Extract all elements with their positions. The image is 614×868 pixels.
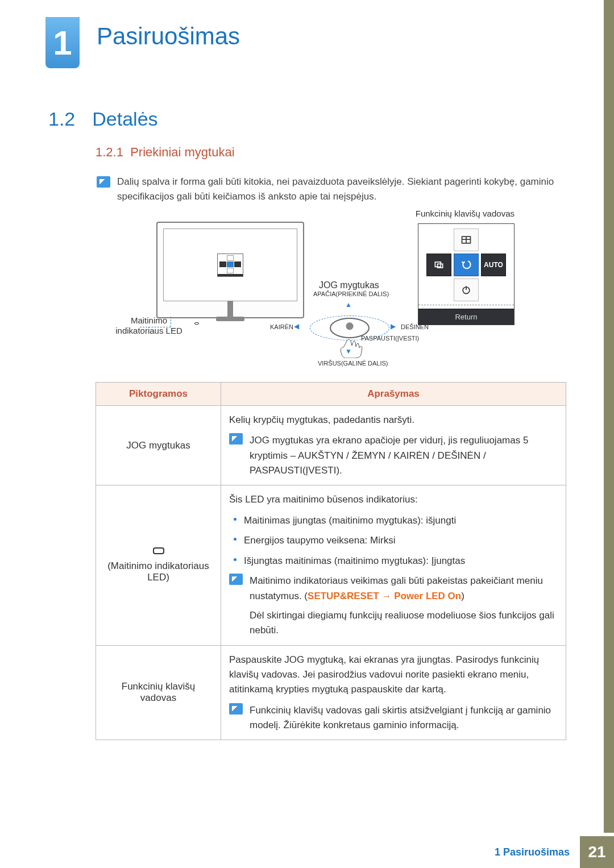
list-item: Energijos taupymo veiksena: Mirksi xyxy=(229,533,558,548)
dir-press-label: PASPAUSTI(ĮVESTI) xyxy=(361,335,419,342)
dir-right-label: DEŠINĖN xyxy=(401,323,429,330)
row-desc-jog: Kelių krypčių mygtukas, padedantis naršy… xyxy=(221,406,566,485)
row-label-jog: JOG mygtukas xyxy=(96,406,221,485)
footer-page-number: 21 xyxy=(580,836,614,868)
row-desc-led: Šis LED yra maitinimo būsenos indikatori… xyxy=(221,485,566,645)
chapter-number-tab: 1 xyxy=(45,17,80,68)
arrow-down-icon: ▼ xyxy=(345,347,352,355)
table-header-description: Aprašymas xyxy=(221,383,566,406)
monitor-screen xyxy=(163,229,297,301)
note-icon xyxy=(229,574,243,585)
arrow-right-icon: ▶ xyxy=(391,322,396,330)
keyguide-source-icon xyxy=(426,254,451,276)
subsection-heading: 1.2.1 Priekiniai mygtukai xyxy=(96,145,235,160)
power-led-icon xyxy=(153,547,164,554)
keyguide-power-icon xyxy=(454,279,479,301)
row-desc-fnguide: Paspauskite JOG mygtuką, kai ekranas yra… xyxy=(221,645,566,740)
section-title: Detalės xyxy=(92,108,157,130)
keyguide-return-icon xyxy=(454,254,479,276)
function-key-guide-panel: AUTO Return xyxy=(418,223,515,325)
keyguide-menu-icon xyxy=(454,229,479,251)
arrow-up-icon: ▲ xyxy=(345,301,352,309)
front-buttons-diagram: Funkcinių klavišų vadovas AUTO Return xyxy=(131,213,506,372)
keyguide-auto-button: AUTO xyxy=(481,254,506,276)
jog-button-label: JOG mygtukas xyxy=(319,280,379,290)
note-icon xyxy=(229,433,243,445)
footer-chapter-label: 1 Pasiruošimas xyxy=(484,836,580,868)
led-states-list: Maitinimas įjungtas (maitinimo mygtukas)… xyxy=(229,513,558,568)
row-label-fnguide: Funkcinių klavišų vadovas xyxy=(96,645,221,740)
subsection-number: 1.2.1 xyxy=(96,145,123,159)
dir-down-label: VIRŠUS(GALINĖ DALIS) xyxy=(318,360,388,367)
table-row: (Maitinimo indikatoriaus LED) Šis LED yr… xyxy=(96,485,566,645)
table-row: Funkcinių klavišų vadovas Paspauskite JO… xyxy=(96,645,566,740)
subsection-title: Priekiniai mygtukai xyxy=(130,145,234,159)
section-number: 1.2 xyxy=(48,108,75,130)
icons-description-table: Piktogramos Aprašymas JOG mygtukas Kelių… xyxy=(96,382,566,740)
chapter-title: Pasiruošimas xyxy=(97,23,240,50)
mini-keyguide xyxy=(217,254,243,277)
jog-button-zone: JOG mygtukas APAČIA(PRIEKINĖ DALIS) ▲ KA… xyxy=(304,293,395,361)
note-icon xyxy=(229,703,243,715)
side-stripe xyxy=(604,0,614,833)
intro-note-text: Dalių spalva ir forma gali būti kitokia,… xyxy=(117,175,572,205)
table-row: JOG mygtukas Kelių krypčių mygtukas, pad… xyxy=(96,406,566,485)
list-item: Išjungtas maitinimas (maitinimo mygtukas… xyxy=(229,554,558,568)
note-icon xyxy=(97,176,110,188)
fn-guide-label: Funkcinių klavišų vadovas xyxy=(416,209,515,218)
arrow-left-icon: ◀ xyxy=(294,322,299,330)
monitor-stand xyxy=(216,317,244,321)
section-heading: 1.2Detalės xyxy=(48,108,158,130)
power-led-dot xyxy=(194,322,199,325)
list-item: Maitinimas įjungtas (maitinimo mygtukas)… xyxy=(229,513,558,528)
table-header-icons: Piktogramos xyxy=(96,383,221,406)
dir-left-label: KAIRĖN xyxy=(270,323,293,330)
dir-up-label: APAČIA(PRIEKINĖ DALIS) xyxy=(313,290,389,297)
keyguide-return-label: Return xyxy=(418,309,514,325)
page-footer: 1 Pasiruošimas 21 xyxy=(0,836,614,868)
row-label-led: (Maitinimo indikatoriaus LED) xyxy=(96,485,221,645)
power-led-label: Maitinimo indikatoriaus LED xyxy=(115,315,183,336)
